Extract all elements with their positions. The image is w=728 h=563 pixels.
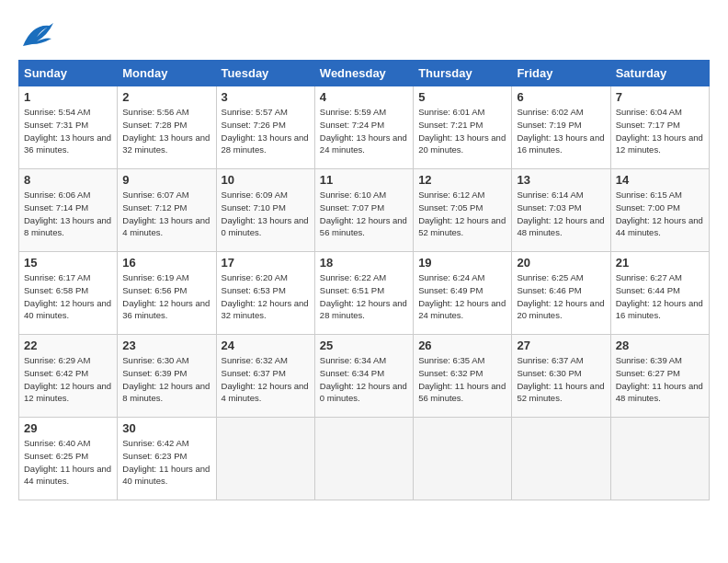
day-number: 27 bbox=[517, 339, 605, 352]
calendar-week-row: 29Sunrise: 6:40 AMSunset: 6:25 PMDayligh… bbox=[19, 418, 710, 500]
calendar-cell bbox=[216, 418, 314, 500]
day-number: 11 bbox=[320, 173, 408, 187]
day-number: 8 bbox=[24, 173, 112, 187]
day-info: Sunrise: 6:15 AMSunset: 7:00 PMDaylight:… bbox=[616, 189, 704, 239]
calendar-week-row: 22Sunrise: 6:29 AMSunset: 6:42 PMDayligh… bbox=[19, 335, 710, 418]
day-number: 29 bbox=[24, 421, 112, 435]
day-info: Sunrise: 6:12 AMSunset: 7:05 PMDaylight:… bbox=[418, 189, 506, 239]
calendar-cell: 14Sunrise: 6:15 AMSunset: 7:00 PMDayligh… bbox=[610, 169, 709, 252]
day-number: 7 bbox=[616, 90, 704, 104]
day-number: 12 bbox=[418, 173, 506, 187]
calendar-cell: 5Sunrise: 6:01 AMSunset: 7:21 PMDaylight… bbox=[414, 86, 512, 169]
day-info: Sunrise: 6:25 AMSunset: 6:46 PMDaylight:… bbox=[517, 271, 605, 322]
day-number: 4 bbox=[320, 90, 408, 104]
calendar-cell bbox=[512, 418, 610, 500]
day-info: Sunrise: 6:29 AMSunset: 6:42 PMDaylight:… bbox=[24, 354, 112, 405]
day-info: Sunrise: 6:17 AMSunset: 6:58 PMDaylight:… bbox=[24, 271, 112, 322]
calendar-cell: 30Sunrise: 6:42 AMSunset: 6:23 PMDayligh… bbox=[118, 418, 216, 500]
calendar-cell: 21Sunrise: 6:27 AMSunset: 6:44 PMDayligh… bbox=[610, 252, 709, 335]
day-info: Sunrise: 6:04 AMSunset: 7:17 PMDaylight:… bbox=[616, 106, 704, 156]
calendar-week-row: 1Sunrise: 5:54 AMSunset: 7:31 PMDaylight… bbox=[19, 86, 710, 169]
day-info: Sunrise: 6:14 AMSunset: 7:03 PMDaylight:… bbox=[517, 189, 605, 239]
day-number: 18 bbox=[320, 256, 408, 270]
calendar-cell: 4Sunrise: 5:59 AMSunset: 7:24 PMDaylight… bbox=[314, 86, 413, 169]
day-info: Sunrise: 5:57 AMSunset: 7:26 PMDaylight:… bbox=[222, 106, 310, 156]
day-number: 22 bbox=[24, 339, 112, 352]
day-info: Sunrise: 6:22 AMSunset: 6:51 PMDaylight:… bbox=[320, 271, 408, 322]
day-number: 20 bbox=[517, 256, 605, 270]
day-number: 3 bbox=[222, 90, 310, 104]
day-number: 14 bbox=[616, 173, 704, 187]
calendar-cell: 8Sunrise: 6:06 AMSunset: 7:14 PMDaylight… bbox=[19, 169, 118, 252]
day-number: 25 bbox=[320, 339, 408, 352]
calendar-cell: 15Sunrise: 6:17 AMSunset: 6:58 PMDayligh… bbox=[19, 252, 118, 335]
day-number: 24 bbox=[222, 339, 310, 352]
calendar-cell: 1Sunrise: 5:54 AMSunset: 7:31 PMDaylight… bbox=[19, 86, 118, 169]
day-info: Sunrise: 6:20 AMSunset: 6:53 PMDaylight:… bbox=[222, 271, 310, 322]
calendar-cell: 9Sunrise: 6:07 AMSunset: 7:12 PMDaylight… bbox=[118, 169, 216, 252]
calendar-cell: 29Sunrise: 6:40 AMSunset: 6:25 PMDayligh… bbox=[19, 418, 118, 500]
calendar-cell: 16Sunrise: 6:19 AMSunset: 6:56 PMDayligh… bbox=[118, 252, 216, 335]
calendar-week-row: 8Sunrise: 6:06 AMSunset: 7:14 PMDaylight… bbox=[19, 169, 710, 252]
day-number: 19 bbox=[418, 256, 506, 270]
day-number: 13 bbox=[517, 173, 605, 187]
weekday-header: Tuesday bbox=[216, 61, 314, 86]
calendar-cell: 3Sunrise: 5:57 AMSunset: 7:26 PMDaylight… bbox=[216, 86, 314, 169]
day-number: 21 bbox=[616, 256, 704, 270]
day-number: 16 bbox=[122, 256, 210, 270]
day-number: 30 bbox=[122, 421, 210, 435]
day-info: Sunrise: 6:27 AMSunset: 6:44 PMDaylight:… bbox=[616, 271, 704, 322]
calendar-body: 1Sunrise: 5:54 AMSunset: 7:31 PMDaylight… bbox=[19, 86, 710, 500]
day-info: Sunrise: 6:40 AMSunset: 6:25 PMDaylight:… bbox=[24, 437, 112, 488]
calendar-cell: 20Sunrise: 6:25 AMSunset: 6:46 PMDayligh… bbox=[512, 252, 610, 335]
logo-icon bbox=[18, 18, 55, 51]
calendar-cell: 22Sunrise: 6:29 AMSunset: 6:42 PMDayligh… bbox=[19, 335, 118, 418]
weekday-header: Saturday bbox=[610, 61, 709, 86]
calendar-cell: 17Sunrise: 6:20 AMSunset: 6:53 PMDayligh… bbox=[216, 252, 314, 335]
day-number: 9 bbox=[122, 173, 210, 187]
calendar-cell bbox=[414, 418, 512, 500]
day-number: 28 bbox=[616, 339, 704, 352]
day-info: Sunrise: 6:34 AMSunset: 6:34 PMDaylight:… bbox=[320, 354, 408, 405]
day-number: 10 bbox=[222, 173, 310, 187]
weekday-header: Friday bbox=[512, 61, 610, 86]
calendar-cell: 24Sunrise: 6:32 AMSunset: 6:37 PMDayligh… bbox=[216, 335, 314, 418]
calendar-table: SundayMondayTuesdayWednesdayThursdayFrid… bbox=[18, 60, 710, 500]
header-row: SundayMondayTuesdayWednesdayThursdayFrid… bbox=[19, 61, 710, 86]
day-info: Sunrise: 6:19 AMSunset: 6:56 PMDaylight:… bbox=[122, 271, 210, 322]
day-number: 23 bbox=[122, 339, 210, 352]
calendar-cell: 28Sunrise: 6:39 AMSunset: 6:27 PMDayligh… bbox=[610, 335, 709, 418]
weekday-header: Sunday bbox=[19, 61, 118, 86]
day-info: Sunrise: 6:30 AMSunset: 6:39 PMDaylight:… bbox=[122, 354, 210, 405]
day-info: Sunrise: 6:07 AMSunset: 7:12 PMDaylight:… bbox=[122, 189, 210, 239]
day-number: 17 bbox=[222, 256, 310, 270]
day-number: 26 bbox=[418, 339, 506, 352]
day-info: Sunrise: 6:01 AMSunset: 7:21 PMDaylight:… bbox=[418, 106, 506, 156]
calendar-cell: 2Sunrise: 5:56 AMSunset: 7:28 PMDaylight… bbox=[118, 86, 216, 169]
day-info: Sunrise: 5:54 AMSunset: 7:31 PMDaylight:… bbox=[24, 106, 112, 156]
day-info: Sunrise: 6:37 AMSunset: 6:30 PMDaylight:… bbox=[517, 354, 605, 405]
day-number: 15 bbox=[24, 256, 112, 270]
calendar-week-row: 15Sunrise: 6:17 AMSunset: 6:58 PMDayligh… bbox=[19, 252, 710, 335]
weekday-header: Monday bbox=[118, 61, 216, 86]
day-info: Sunrise: 6:10 AMSunset: 7:07 PMDaylight:… bbox=[320, 189, 408, 239]
logo bbox=[18, 18, 60, 51]
day-info: Sunrise: 6:32 AMSunset: 6:37 PMDaylight:… bbox=[222, 354, 310, 405]
day-number: 2 bbox=[122, 90, 210, 104]
day-info: Sunrise: 6:24 AMSunset: 6:49 PMDaylight:… bbox=[418, 271, 506, 322]
day-info: Sunrise: 6:06 AMSunset: 7:14 PMDaylight:… bbox=[24, 189, 112, 239]
day-info: Sunrise: 6:02 AMSunset: 7:19 PMDaylight:… bbox=[517, 106, 605, 156]
weekday-header: Thursday bbox=[414, 61, 512, 86]
calendar-cell: 11Sunrise: 6:10 AMSunset: 7:07 PMDayligh… bbox=[314, 169, 413, 252]
calendar-cell: 12Sunrise: 6:12 AMSunset: 7:05 PMDayligh… bbox=[414, 169, 512, 252]
calendar-cell: 18Sunrise: 6:22 AMSunset: 6:51 PMDayligh… bbox=[314, 252, 413, 335]
day-info: Sunrise: 5:56 AMSunset: 7:28 PMDaylight:… bbox=[122, 106, 210, 156]
calendar-cell: 10Sunrise: 6:09 AMSunset: 7:10 PMDayligh… bbox=[216, 169, 314, 252]
day-number: 1 bbox=[24, 90, 112, 104]
page-header bbox=[18, 18, 710, 51]
day-info: Sunrise: 6:39 AMSunset: 6:27 PMDaylight:… bbox=[616, 354, 704, 405]
calendar-cell: 27Sunrise: 6:37 AMSunset: 6:30 PMDayligh… bbox=[512, 335, 610, 418]
calendar-cell: 13Sunrise: 6:14 AMSunset: 7:03 PMDayligh… bbox=[512, 169, 610, 252]
day-info: Sunrise: 6:35 AMSunset: 6:32 PMDaylight:… bbox=[418, 354, 506, 405]
calendar-cell: 26Sunrise: 6:35 AMSunset: 6:32 PMDayligh… bbox=[414, 335, 512, 418]
